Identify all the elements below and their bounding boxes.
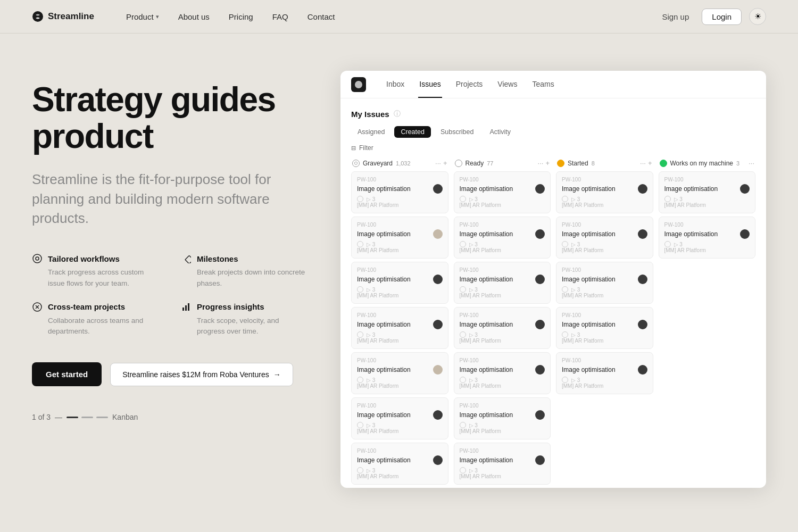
issue-card: PW-100Image optimisation▷ 3[MM] AR Platf… (556, 307, 653, 349)
svg-point-10 (355, 81, 362, 88)
filter-label[interactable]: Filter (359, 144, 373, 152)
signup-button[interactable]: Sign up (656, 9, 694, 24)
filter-subscribed[interactable]: Subscribed (434, 126, 480, 138)
issue-card: PW-100Image optimisation▷ 3[MM] AR Platf… (351, 443, 448, 485)
status-icon (664, 241, 671, 247)
issue-card: PW-100Image optimisation▷ 3[MM] AR Platf… (351, 307, 448, 349)
app-logo-icon (351, 77, 366, 92)
circle-icon (32, 253, 43, 264)
pagination-label: Kanban (112, 413, 138, 421)
avatar (433, 455, 443, 465)
nav-faq[interactable]: FAQ (272, 12, 288, 21)
nav-about[interactable]: About us (178, 12, 210, 21)
issue-card: PW-100Image optimisation▷ 3[MM] AR Platf… (659, 217, 756, 259)
avatar (740, 229, 750, 239)
app-nav: Inbox Issues Projects Views Teams (340, 71, 766, 98)
navbar: Streamline Product ▾ About us Pricing FA… (0, 0, 798, 34)
issue-card: PW-100Image optimisation▷ 3[MM] AR Platf… (454, 352, 551, 394)
filter-created[interactable]: Created (394, 126, 430, 138)
pagination-indicator: 1 of 3 — Kanban (32, 413, 309, 421)
issues-header: My Issues ⓘ (351, 109, 755, 119)
nav-links: Product ▾ About us Pricing FAQ Contact (126, 12, 656, 21)
filter-assigned[interactable]: Assigned (351, 126, 391, 138)
bar-chart-icon (181, 302, 192, 312)
avatar (638, 229, 647, 239)
svg-rect-8 (185, 305, 187, 311)
avatar (535, 229, 545, 239)
svg-point-2 (36, 257, 39, 260)
logo[interactable]: Streamline (32, 11, 94, 22)
avatar (535, 455, 545, 465)
started-icon (557, 160, 564, 167)
app-window: Inbox Issues Projects Views Teams My Iss… (340, 71, 766, 488)
status-icon (562, 286, 568, 293)
news-button[interactable]: Streamline raises $12M from Roba Venture… (110, 363, 293, 386)
app-nav-tabs: Inbox Issues Projects Views Teams (385, 71, 555, 98)
status-icon (562, 331, 568, 338)
feature-cross-team: Cross-team projects Collaborate across t… (32, 302, 160, 337)
issue-card: PW-100Image optimisation▷ 3[MM] AR Platf… (556, 217, 653, 259)
feature-name: Cross-team projects (48, 302, 125, 311)
issues-filter-tabs: Assigned Created Subscribed Activity (351, 126, 755, 138)
avatar (433, 410, 443, 420)
news-text: Streamline raises $12M from Roba Venture… (122, 370, 269, 379)
col-menu-icon[interactable]: ··· (640, 159, 646, 167)
nav-contact[interactable]: Contact (307, 12, 335, 21)
cross-circle-icon (32, 302, 43, 312)
feature-desc: Break projects down into concrete phases… (181, 267, 309, 289)
issue-card: PW-100Image optimisation▷ 3[MM] AR Platf… (351, 352, 448, 394)
status-icon (664, 196, 671, 202)
issue-card: PW-100Image optimisation▷ 3[MM] AR Platf… (454, 217, 551, 259)
feature-desc: Track progress across custom issue flows… (32, 267, 160, 289)
dot-3[interactable] (96, 417, 108, 418)
feature-desc: Track scope, velocity, and progress over… (181, 315, 309, 337)
nav-pricing[interactable]: Pricing (229, 12, 253, 21)
col-add-icon[interactable]: + (443, 159, 447, 167)
status-icon (460, 286, 466, 293)
feature-progress-insights: Progress insights Track scope, velocity,… (181, 302, 309, 337)
avatar (638, 184, 647, 194)
avatar (433, 365, 443, 375)
avatar (638, 365, 647, 375)
avatar (433, 184, 443, 194)
col-add-icon[interactable]: + (648, 159, 652, 167)
col-menu-icon[interactable]: ··· (749, 159, 754, 167)
issue-card: PW-100Image optimisation▷ 3[MM] AR Platf… (351, 217, 448, 259)
nav-product[interactable]: Product ▾ (126, 12, 159, 21)
tab-issues[interactable]: Issues (418, 71, 442, 98)
tab-inbox[interactable]: Inbox (385, 71, 405, 98)
features-grid: Tailored workflows Track progress across… (32, 253, 309, 337)
status-icon (562, 241, 568, 247)
col-count-started: 8 (592, 160, 595, 167)
hero-title: Strategy guides product (32, 81, 309, 155)
status-icon (562, 196, 568, 202)
theme-toggle-button[interactable]: ☀ (749, 8, 766, 25)
col-title-started: Started (568, 160, 588, 167)
filter-icon: ⊟ (351, 145, 356, 152)
col-add-icon[interactable]: + (545, 159, 550, 167)
tab-projects[interactable]: Projects (455, 71, 484, 98)
feature-milestones: Milestones Break projects down into conc… (181, 253, 309, 289)
dot-2[interactable] (81, 417, 93, 418)
avatar (433, 229, 443, 239)
dot-1[interactable] (66, 417, 78, 418)
avatar (535, 320, 545, 329)
col-count-works: 3 (736, 160, 739, 167)
issue-card: PW-100Image optimisation▷ 3[MM] AR Platf… (454, 171, 551, 213)
kanban-col-ready: Ready 77 ··· + PW-100Image optimisation▷… (454, 159, 551, 488)
avatar (638, 320, 647, 329)
status-icon (357, 286, 363, 293)
arrow-icon: → (273, 370, 281, 379)
get-started-button[interactable]: Get started (32, 362, 102, 386)
feature-name: Milestones (197, 254, 238, 263)
filter-activity[interactable]: Activity (483, 126, 517, 138)
tab-teams[interactable]: Teams (531, 71, 555, 98)
app-content: My Issues ⓘ Assigned Created Subscribed … (340, 98, 766, 488)
col-menu-icon[interactable]: ··· (435, 159, 441, 167)
tab-views[interactable]: Views (496, 71, 518, 98)
issue-card: PW-100Image optimisation▷ 3[MM] AR Platf… (556, 171, 653, 213)
issue-card: PW-100Image optimisation▷ 3[MM] AR Platf… (351, 171, 448, 213)
login-button[interactable]: Login (702, 9, 742, 25)
col-menu-icon[interactable]: ··· (538, 159, 544, 167)
feature-name: Tailored workflows (48, 254, 120, 263)
